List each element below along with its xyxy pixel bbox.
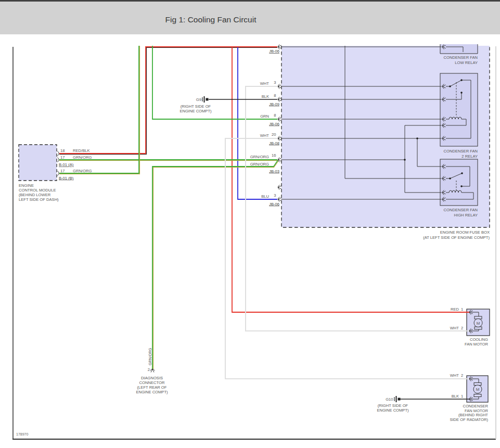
svg-text:ENGINE: ENGINE (19, 183, 34, 188)
svg-text:WHT: WHT (260, 133, 270, 138)
svg-text:(AT LEFT SIDE OF ENGINE COMPT): (AT LEFT SIDE OF ENGINE COMPT) (423, 235, 490, 240)
svg-text:GRN/ORG: GRN/ORG (73, 155, 92, 160)
svg-text:2 RELAY: 2 RELAY (461, 154, 478, 159)
svg-text:20: 20 (272, 132, 276, 137)
fusebox-row-labels: JB-06 WHT 3 BLK 8 JB-09 GRN 8 JB-06 WHT … (250, 49, 279, 207)
svg-text:M: M (476, 387, 480, 392)
jb-link[interactable]: JB-09 (269, 102, 279, 107)
svg-text:CONNECTOR: CONNECTOR (139, 380, 165, 385)
doc-number: 178970 (16, 432, 28, 436)
svg-text:CONDENSER FAN: CONDENSER FAN (444, 208, 478, 212)
svg-text:2: 2 (148, 367, 150, 372)
svg-text:17: 17 (60, 155, 65, 160)
wire-grn (152, 46, 277, 119)
condenser-fan-low-relay (440, 44, 478, 54)
ground-g9-icon (202, 96, 209, 103)
svg-text:ENGINE ROOM FUSE BOX: ENGINE ROOM FUSE BOX (440, 230, 490, 235)
svg-text:GRN/ORG: GRN/ORG (250, 155, 269, 159)
wire-grn-org-b (59, 46, 140, 174)
svg-text:SIDE OF RADIATOR): SIDE OF RADIATOR) (450, 417, 488, 422)
svg-text:HIGH RELAY: HIGH RELAY (454, 213, 478, 217)
svg-text:2: 2 (461, 373, 463, 378)
svg-text:GRN/ORG: GRN/ORG (148, 348, 152, 365)
svg-text:CONDENSER FAN: CONDENSER FAN (444, 149, 478, 153)
svg-text:WHT: WHT (260, 81, 270, 86)
jb-link[interactable]: JB-06 (269, 122, 279, 126)
svg-text:M: M (477, 321, 480, 326)
svg-text:18: 18 (60, 148, 65, 153)
svg-text:CONDENSER FAN: CONDENSER FAN (444, 55, 478, 60)
svg-text:BLU: BLU (261, 194, 269, 199)
wiring-diagram: M M (0, 0, 500, 448)
svg-text:RED/BLK: RED/BLK (73, 148, 90, 153)
svg-text:ENGINE COMPT): ENGINE COMPT) (180, 109, 212, 113)
connector-link[interactable]: B-01 (B) (59, 176, 74, 181)
condenser-fan-high-relay (440, 159, 478, 206)
svg-text:2: 2 (461, 326, 463, 330)
svg-text:LOW RELAY: LOW RELAY (455, 60, 478, 65)
svg-text:(RIGHT SIDE OF: (RIGHT SIDE OF (181, 104, 211, 109)
svg-text:WHT: WHT (450, 326, 459, 330)
wire-grn-org-diagnosis (152, 160, 278, 369)
svg-text:ENGINE COMPT): ENGINE COMPT) (136, 390, 168, 394)
fusebox-label: ENGINE ROOM FUSE BOX (AT LEFT SIDE OF EN… (423, 230, 490, 240)
svg-text:1: 1 (461, 307, 463, 312)
svg-text:GRN/ORG: GRN/ORG (250, 162, 269, 167)
jb-link[interactable]: JB-06 (269, 49, 279, 54)
svg-text:G9: G9 (196, 97, 201, 102)
svg-text:DIAGNOSIS: DIAGNOSIS (141, 376, 163, 380)
svg-text:G10: G10 (386, 397, 393, 402)
svg-text:COOLING: COOLING (470, 337, 488, 342)
svg-text:16: 16 (272, 153, 276, 158)
svg-text:FAN MOTOR: FAN MOTOR (465, 342, 489, 347)
jb-link[interactable]: JB-03 (269, 169, 279, 174)
svg-text:(LEFT REAR OF: (LEFT REAR OF (137, 385, 167, 390)
svg-text:ENGINE COMPT): ENGINE COMPT) (377, 408, 409, 413)
svg-text:3: 3 (274, 80, 276, 85)
svg-text:CONTROL MODULE: CONTROL MODULE (19, 188, 56, 193)
svg-text:BLK: BLK (262, 94, 269, 99)
svg-text:GRN/ORG: GRN/ORG (73, 169, 92, 173)
svg-text:1: 1 (461, 394, 463, 399)
jb-link[interactable]: JB-06 (269, 202, 279, 207)
svg-text:(RIGHT SIDE OF: (RIGHT SIDE OF (378, 403, 408, 408)
svg-text:8: 8 (274, 93, 276, 98)
jb-link[interactable]: JB-08 (269, 141, 279, 146)
svg-text:WHT: WHT (450, 373, 459, 378)
connector-link[interactable]: B-01 (A) (59, 162, 74, 167)
engine-control-module (19, 145, 57, 181)
svg-text:(BEHIND LOWER: (BEHIND LOWER (19, 193, 51, 197)
svg-text:3: 3 (274, 193, 276, 198)
svg-text:LEFT SIDE OF DASH): LEFT SIDE OF DASH) (19, 197, 59, 202)
svg-text:17: 17 (60, 169, 65, 173)
svg-text:GRN: GRN (260, 114, 269, 119)
svg-text:BLK: BLK (452, 394, 459, 399)
condenser-fan-2-relay (440, 73, 478, 146)
ground-g10-icon (394, 396, 401, 402)
svg-text:RED: RED (451, 307, 459, 312)
wire-grn-org-a (59, 160, 277, 161)
cooling-fan-motor: M (467, 309, 490, 336)
svg-text:8: 8 (274, 113, 276, 118)
